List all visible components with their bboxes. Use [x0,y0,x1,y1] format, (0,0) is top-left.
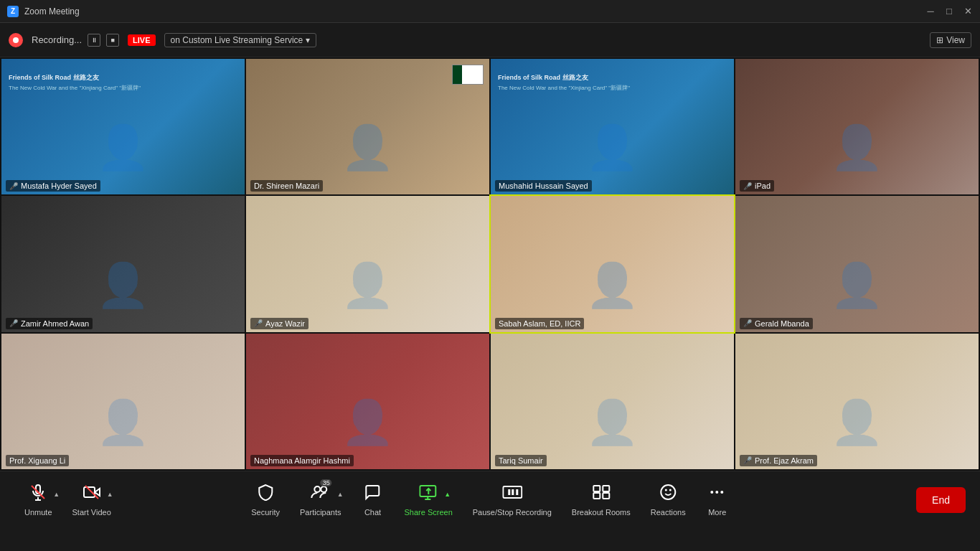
participant-name-sabah: Sabah Aslam, ED, IICR [495,318,584,329]
mute-icon-ipad: 🎤 [743,182,752,190]
view-button[interactable]: ⊞ View [930,32,971,48]
svg-rect-16 [593,493,600,499]
participants-icon: 35 ▲ [311,484,331,505]
participant-video-shireen: 👤 Dr. Shireen Mazari [246,59,489,194]
participants-caret[interactable]: ▲ [337,491,344,498]
participant-video-mustafa: Friends of Silk Road 丝路之友 The New Cold W… [1,59,245,194]
pause-recording-button[interactable]: ⏸ [88,34,100,47]
window-title: Zoom Meeting [24,6,80,17]
participant-video-tariq: 👤 Tariq Sumair [491,334,734,469]
participants-button[interactable]: 35 ▲ Participants [290,478,351,522]
mute-icon-gerald: 🎤 [743,319,752,327]
participant-video-xiguang: 👤 Prof. Xiguang Li [1,334,245,469]
participant-name-mushahid: Mushahid Hussain Sayed [495,180,592,192]
breakout-label: Breakout Rooms [572,508,631,517]
live-service-caret: ▾ [306,35,310,45]
chat-icon [364,484,382,505]
video-label: Start Video [72,508,111,517]
minimize-button[interactable]: ─ [925,6,936,17]
svg-rect-11 [508,489,510,495]
participant-video-mushahid: Friends of Silk Road 丝路之友 The New Cold W… [491,59,734,194]
unmute-caret[interactable]: ▲ [53,491,60,498]
svg-rect-15 [603,486,609,491]
participant-video-ipad: 👤 🎤 iPad [735,59,979,194]
mute-icon-ayaz: 🎤 [254,319,263,327]
svg-rect-14 [593,486,600,491]
reactions-icon [659,484,677,505]
participant-video-sabah: 👤 Sabah Aslam, ED, IICR [491,196,734,331]
mute-icon-ejaz: 🎤 [743,456,752,464]
participant-video-ayaz: 👤 🎤 Ayaz Wazir [246,196,489,331]
reactions-label: Reactions [651,508,686,517]
security-icon [257,484,274,505]
title-bar: Z Zoom Meeting ─ □ ✕ [0,0,980,23]
share-screen-icon: ▲ [419,484,438,505]
unmute-label: Unmute [24,508,52,517]
mute-icon-zamir: 🎤 [9,319,18,327]
reactions-button[interactable]: Reactions [641,478,696,522]
participant-video-gerald: 👤 🎤 Gerald Mbanda [735,196,979,331]
microphone-icon: ▲ [29,484,47,505]
security-label: Security [251,508,280,517]
recording-indicator [9,33,23,47]
unmute-button[interactable]: ▲ Unmute [14,478,62,522]
end-button[interactable]: End [916,487,966,513]
recording-icon [502,484,522,505]
zoom-icon: Z [7,6,19,17]
svg-point-23 [721,491,724,494]
video-grid: Friends of Silk Road 丝路之友 The New Cold W… [0,57,980,471]
banner-overlay: Friends of Silk Road 丝路之友 The New Cold W… [9,73,237,92]
participant-name-mustafa: 🎤 Mustafa Hyder Sayed [6,180,100,192]
mute-icon: 🎤 [9,182,18,190]
banner-overlay2: Friends of Silk Road 丝路之友 The New Cold W… [498,73,727,92]
participant-video-naghmana: 👤 Naghmana Alamgir Hashmi [246,334,489,469]
title-bar-left: Z Zoom Meeting [7,6,80,17]
security-button[interactable]: Security [241,478,290,522]
maximize-button[interactable]: □ [944,6,954,17]
pause-recording-button[interactable]: Pause/Stop Recording [463,478,562,522]
svg-point-18 [661,485,675,499]
svg-point-21 [711,491,714,494]
live-badge: LIVE [128,34,155,46]
share-screen-label: Share Screen [405,508,453,517]
toolbar-left: ▲ Unmute ▲ Start Video [14,478,121,522]
participant-name-tariq: Tariq Sumair [495,455,547,466]
more-button[interactable]: More [696,478,739,522]
participants-count: 35 [321,479,332,486]
participant-name-ejaz: 🎤 Prof. Ejaz Akram [740,455,817,466]
stop-recording-button[interactable]: ■ [106,34,119,47]
participants-label: Participants [300,508,341,517]
start-video-button[interactable]: ▲ Start Video [62,478,121,522]
top-bar: Recording... ⏸ ■ LIVE on Custom Live Str… [0,23,980,57]
chat-label: Chat [364,508,381,517]
toolbar-center: Security 35 ▲ Participants [241,478,738,522]
svg-rect-13 [516,489,518,495]
participant-name-shireen: Dr. Shireen Mazari [250,180,323,192]
participant-name-gerald: 🎤 Gerald Mbanda [740,318,813,329]
toolbar: ▲ Unmute ▲ Start Video [0,471,980,528]
participant-name-xiguang: Prof. Xiguang Li [6,455,69,466]
more-label: More [708,508,726,517]
participant-video-zamir: 👤 🎤 Zamir Ahmed Awan [1,196,245,331]
share-screen-button[interactable]: ▲ Share Screen [395,478,463,522]
svg-rect-12 [512,489,514,495]
video-caret[interactable]: ▲ [107,491,113,498]
svg-point-6 [315,486,321,492]
chat-button[interactable]: Chat [352,478,395,522]
svg-point-7 [321,486,327,492]
breakout-rooms-button[interactable]: Breakout Rooms [562,478,641,522]
svg-rect-17 [603,493,609,499]
participant-name-naghmana: Naghmana Alamgir Hashmi [250,455,354,466]
close-button[interactable]: ✕ [963,6,973,17]
more-icon [709,484,726,505]
window-controls[interactable]: ─ □ ✕ [925,6,973,17]
video-icon: ▲ [83,484,100,505]
live-service-selector[interactable]: on Custom Live Streaming Service ▾ [164,33,317,47]
svg-point-22 [716,491,719,494]
pause-recording-label: Pause/Stop Recording [473,508,552,517]
recording-status: Recording... ⏸ ■ [32,34,119,47]
participant-name-ayaz: 🎤 Ayaz Wazir [250,318,308,329]
share-caret[interactable]: ▲ [444,491,451,498]
participant-name-zamir: 🎤 Zamir Ahmed Awan [6,318,93,329]
participant-video-ejaz: 👤 🎤 Prof. Ejaz Akram [735,334,979,469]
